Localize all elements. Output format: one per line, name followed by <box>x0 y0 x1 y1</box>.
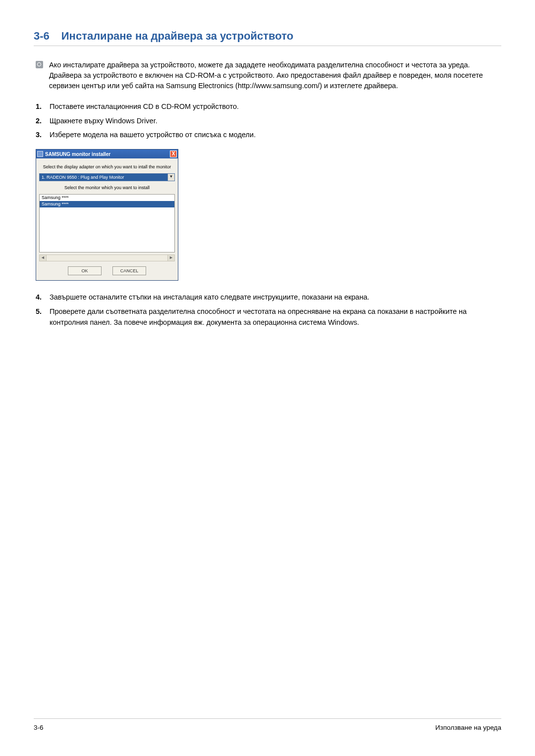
heading-title: Инсталиране на драйвера за устройството <box>61 30 293 43</box>
app-icon <box>37 151 43 157</box>
chevron-down-icon[interactable]: ▼ <box>167 174 174 181</box>
section-heading: 3-6 Инсталиране на драйвера за устройств… <box>34 30 501 46</box>
note-text: Ако инсталирате драйвера за устройството… <box>49 60 501 91</box>
horizontal-scrollbar[interactable]: ◄ ► <box>39 254 175 261</box>
window-title: SAMSUNG monitor installer <box>45 151 110 157</box>
ok-button[interactable]: OK <box>68 266 102 275</box>
footer-page-number: 3-6 <box>34 724 44 731</box>
page-footer: 3-6 Използване на уреда <box>34 718 501 731</box>
close-button[interactable]: X <box>170 151 177 157</box>
combobox-value: 1. RADEON 9550 : Plug and Play Monitor <box>42 175 124 180</box>
adapter-combobox[interactable]: 1. RADEON 9550 : Plug and Play Monitor ▼ <box>39 173 175 181</box>
list-item-selected[interactable]: Samsung **** <box>40 201 174 207</box>
installer-screenshot: SAMSUNG monitor installer X Select the d… <box>36 149 501 281</box>
scroll-right-icon[interactable]: ► <box>167 255 174 261</box>
note-icon <box>36 61 43 68</box>
monitor-label: Select the monitor which you want to ins… <box>39 185 175 190</box>
step-5: Проверете дали съответната разделителна … <box>36 306 501 328</box>
cancel-button[interactable]: CANCEL <box>112 266 146 275</box>
step-2: Щракнете върху Windows Driver. <box>36 115 501 126</box>
instruction-list: Поставете инсталационния CD в CD-ROM уст… <box>36 101 501 140</box>
instruction-list-cont: Завършете останалите стъпки на инсталаци… <box>36 292 501 328</box>
titlebar: SAMSUNG monitor installer X <box>36 150 178 158</box>
installer-window: SAMSUNG monitor installer X Select the d… <box>36 149 178 281</box>
footer-section-name: Използване на уреда <box>435 724 501 731</box>
scroll-left-icon[interactable]: ◄ <box>40 255 47 261</box>
monitor-listbox[interactable]: Samsung **** Samsung **** <box>39 194 175 252</box>
step-3: Изберете модела на вашето устройство от … <box>36 129 501 140</box>
note-block: Ако инсталирате драйвера за устройството… <box>36 60 501 91</box>
step-1: Поставете инсталационния CD в CD-ROM уст… <box>36 101 501 112</box>
step-4: Завършете останалите стъпки на инсталаци… <box>36 292 501 302</box>
adapter-label: Select the display adapter on which you … <box>39 164 175 169</box>
heading-number: 3-6 <box>34 30 50 43</box>
list-item[interactable]: Samsung **** <box>40 195 174 201</box>
